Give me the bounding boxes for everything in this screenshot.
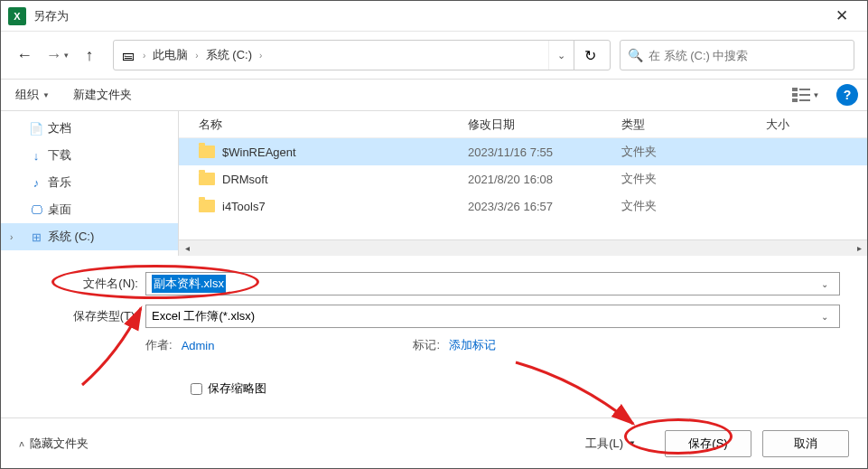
file-type: 文件夹 xyxy=(621,144,766,160)
excel-icon xyxy=(8,7,26,25)
form-area: 文件名(N): 副本资料.xlsx ⌄ 保存类型(T): Excel 工作簿(*… xyxy=(1,256,867,406)
window-title: 另存为 xyxy=(33,8,822,24)
download-icon: ↓ xyxy=(28,149,44,163)
cancel-button[interactable]: 取消 xyxy=(762,430,849,457)
back-button[interactable]: ← xyxy=(10,41,39,70)
sidebar-item-desktop[interactable]: 🖵 桌面 xyxy=(1,196,178,223)
navigation-bar: ← →▾ ↑ 🖴 › 此电脑 › 系统 (C:) › ⌄ ↻ 🔍 xyxy=(1,32,867,79)
file-date: 2023/3/26 16:57 xyxy=(468,200,621,213)
new-folder-button[interactable]: 新建文件夹 xyxy=(68,83,137,107)
filetype-dropdown[interactable]: ⌄ xyxy=(816,312,834,322)
scroll-left-icon[interactable]: ◂ xyxy=(179,240,195,256)
column-date[interactable]: 修改日期 xyxy=(468,111,621,137)
filename-input[interactable]: 副本资料.xlsx ⌄ xyxy=(145,272,840,295)
sidebar-item-label: 系统 (C:) xyxy=(48,229,94,245)
drive-icon: ⊞ xyxy=(28,230,44,244)
sidebar-item-label: 文档 xyxy=(48,120,71,136)
sidebar-item-system-drive[interactable]: › ⊞ 系统 (C:) xyxy=(1,223,178,250)
folder-icon xyxy=(199,173,215,185)
svg-rect-5 xyxy=(799,99,810,101)
filetype-value: Excel 工作簿(*.xlsx) xyxy=(152,308,255,324)
filename-dropdown[interactable]: ⌄ xyxy=(816,279,834,289)
chevron-down-icon: ▼ xyxy=(629,439,636,447)
svg-rect-3 xyxy=(799,94,810,96)
desktop-icon: 🖵 xyxy=(28,203,44,217)
svg-rect-4 xyxy=(792,98,798,102)
file-date: 2021/8/20 16:08 xyxy=(468,173,621,186)
column-type[interactable]: 类型 xyxy=(621,111,766,137)
tools-menu[interactable]: 工具(L) ▼ xyxy=(585,436,636,452)
folder-icon xyxy=(199,200,215,212)
organize-button[interactable]: 组织▼ xyxy=(10,83,55,107)
music-icon: ♪ xyxy=(28,176,44,190)
scroll-right-icon[interactable]: ▸ xyxy=(851,240,867,256)
tags-label: 标记: xyxy=(413,337,440,353)
save-thumbnail-checkbox[interactable] xyxy=(191,383,202,395)
column-size[interactable]: 大小 xyxy=(766,111,867,137)
help-button[interactable]: ? xyxy=(836,84,858,106)
filename-value: 副本资料.xlsx xyxy=(152,275,226,293)
titlebar: 另存为 ✕ xyxy=(1,1,867,32)
save-thumbnail-label: 保存缩略图 xyxy=(208,380,266,397)
file-row[interactable]: $WinREAgent 2023/11/16 7:55 文件夹 xyxy=(179,138,867,165)
view-details-icon xyxy=(792,88,810,102)
file-list: 名称 修改日期 类型 大小 $WinREAgent 2023/11/16 7:5… xyxy=(178,111,867,256)
navigation-pane: 📄 文档 ↓ 下载 ♪ 音乐 🖵 桌面 › ⊞ 系统 (C:) xyxy=(1,111,178,256)
search-box[interactable]: 🔍 xyxy=(620,40,854,70)
filename-label: 文件名(N): xyxy=(28,276,145,292)
drive-icon: 🖴 xyxy=(119,46,137,64)
save-button[interactable]: 保存(S) xyxy=(665,430,751,457)
address-bar[interactable]: 🖴 › 此电脑 › 系统 (C:) › ⌄ ↻ xyxy=(113,40,611,70)
hide-folders-toggle[interactable]: ʌ 隐藏文件夹 xyxy=(19,436,89,452)
chevron-right-icon: › xyxy=(139,51,149,61)
search-input[interactable] xyxy=(649,49,846,62)
view-mode-button[interactable]: ▼ xyxy=(788,82,824,108)
command-bar: 组织▼ 新建文件夹 ▼ ? xyxy=(1,79,867,111)
file-type: 文件夹 xyxy=(621,198,766,214)
chevron-right-icon: › xyxy=(191,51,201,61)
sidebar-item-documents[interactable]: 📄 文档 xyxy=(1,115,178,142)
file-name: DRMsoft xyxy=(222,173,268,186)
sidebar-item-label: 下载 xyxy=(48,147,71,164)
main-area: 📄 文档 ↓ 下载 ♪ 音乐 🖵 桌面 › ⊞ 系统 (C:) 名称 修改日期 … xyxy=(1,111,867,256)
file-row[interactable]: i4Tools7 2023/3/26 16:57 文件夹 xyxy=(179,192,867,220)
sidebar-item-downloads[interactable]: ↓ 下载 xyxy=(1,142,178,169)
sidebar-item-music[interactable]: ♪ 音乐 xyxy=(1,169,178,196)
chevron-right-icon: › xyxy=(256,51,266,61)
chevron-down-icon: ▼ xyxy=(813,91,820,99)
file-name: i4Tools7 xyxy=(222,200,266,213)
expand-icon[interactable]: › xyxy=(10,232,13,242)
folder-icon xyxy=(199,145,215,158)
close-button[interactable]: ✕ xyxy=(822,3,862,30)
column-headers: 名称 修改日期 类型 大小 xyxy=(179,111,867,138)
chevron-down-icon: ▾ xyxy=(64,51,69,60)
svg-rect-1 xyxy=(799,89,810,90)
chevron-up-icon: ʌ xyxy=(19,438,24,448)
tags-value[interactable]: 添加标记 xyxy=(449,337,496,353)
refresh-button[interactable]: ↻ xyxy=(574,41,606,70)
svg-rect-0 xyxy=(792,88,798,91)
svg-rect-2 xyxy=(792,93,798,97)
footer: ʌ 隐藏文件夹 工具(L) ▼ 保存(S) 取消 xyxy=(1,417,867,468)
file-type: 文件夹 xyxy=(621,171,766,187)
up-button[interactable]: ↑ xyxy=(75,41,104,70)
chevron-down-icon: ▼ xyxy=(42,91,50,99)
forward-button[interactable]: →▾ xyxy=(42,41,71,70)
file-row[interactable]: DRMsoft 2021/8/20 16:08 文件夹 xyxy=(179,165,867,192)
filetype-label: 保存类型(T): xyxy=(28,308,145,324)
address-dropdown[interactable]: ⌄ xyxy=(548,41,574,70)
file-date: 2023/11/16 7:55 xyxy=(468,145,621,159)
sidebar-item-label: 音乐 xyxy=(48,174,71,191)
filetype-combo[interactable]: Excel 工作簿(*.xlsx) ⌄ xyxy=(145,305,840,328)
author-value[interactable]: Admin xyxy=(182,339,215,352)
breadcrumb-root[interactable]: 此电脑 xyxy=(149,41,191,70)
horizontal-scrollbar[interactable]: ◂ ▸ xyxy=(179,239,867,256)
breadcrumb-drive[interactable]: 系统 (C:) xyxy=(202,41,256,70)
sidebar-item-label: 桌面 xyxy=(48,202,71,218)
column-name[interactable]: 名称 xyxy=(179,111,468,137)
document-icon: 📄 xyxy=(28,122,44,136)
search-icon: 🔍 xyxy=(628,48,643,62)
author-label: 作者: xyxy=(145,337,173,353)
file-name: $WinREAgent xyxy=(222,145,296,159)
